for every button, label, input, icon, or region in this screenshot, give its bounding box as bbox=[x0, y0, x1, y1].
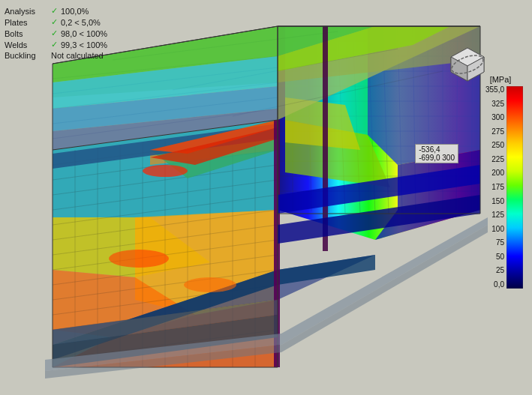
svg-point-88 bbox=[109, 250, 169, 268]
bolts-value: 98,0 < 100% bbox=[61, 29, 107, 38]
bolts-label: Bolts bbox=[5, 29, 48, 38]
legend-value-3: 275 bbox=[485, 128, 504, 136]
plates-row: Plates ✓ 0,2 < 5,0% bbox=[5, 17, 107, 27]
analysis-row: Analysis ✓ 100,0% bbox=[5, 6, 107, 16]
annotation-line1: -536,4 bbox=[419, 145, 455, 154]
buckling-value: Not calculated bbox=[51, 51, 104, 60]
svg-rect-84 bbox=[323, 26, 328, 251]
legend-value-7: 175 bbox=[485, 184, 504, 191]
svg-point-87 bbox=[143, 165, 188, 177]
plates-label: Plates bbox=[5, 18, 48, 27]
buckling-row: Buckling Not calculated bbox=[5, 51, 107, 60]
main-visualization-area: Analysis ✓ 100,0% Plates ✓ 0,2 < 5,0% Bo… bbox=[0, 0, 532, 395]
legend-unit-label: [MPa] bbox=[478, 75, 523, 84]
buckling-label: Buckling bbox=[5, 51, 48, 60]
legend-labels: 355,0 325 300 275 250 225 200 175 150 12… bbox=[485, 86, 504, 289]
analysis-value: 100,0% bbox=[61, 7, 89, 16]
legend-value-0: 355,0 bbox=[485, 86, 504, 94]
svg-point-89 bbox=[184, 277, 236, 292]
legend-value-10: 100 bbox=[485, 226, 504, 233]
legend-value-4: 250 bbox=[485, 142, 504, 149]
legend-value-14: 0,0 bbox=[485, 281, 504, 289]
svg-rect-104 bbox=[506, 86, 523, 289]
legend-value-8: 150 bbox=[485, 198, 504, 205]
annotation-line2: -699,0 300 bbox=[419, 154, 455, 162]
legend-value-11: 75 bbox=[485, 239, 504, 247]
legend-value-13: 25 bbox=[485, 267, 504, 274]
legend-value-9: 125 bbox=[485, 211, 504, 219]
legend-value-2: 300 bbox=[485, 114, 504, 121]
legend-container: 355,0 325 300 275 250 225 200 175 150 12… bbox=[485, 86, 523, 289]
analysis-label: Analysis bbox=[5, 7, 48, 16]
welds-value: 99,3 < 100% bbox=[61, 40, 107, 49]
analysis-check-icon: ✓ bbox=[51, 6, 58, 16]
legend-value-6: 200 bbox=[485, 169, 504, 177]
bolts-check-icon: ✓ bbox=[51, 28, 58, 38]
legend-value-12: 50 bbox=[485, 253, 504, 261]
welds-label: Welds bbox=[5, 40, 48, 49]
color-legend: [MPa] 355,0 325 300 275 250 225 200 175 … bbox=[478, 75, 523, 289]
welds-check-icon: ✓ bbox=[51, 40, 58, 49]
plates-check-icon: ✓ bbox=[51, 17, 58, 27]
legend-color-bar bbox=[506, 86, 523, 289]
legend-value-1: 325 bbox=[485, 100, 504, 108]
welds-row: Welds ✓ 99,3 < 100% bbox=[5, 40, 107, 49]
plates-value: 0,2 < 5,0% bbox=[61, 18, 101, 27]
bolts-row: Bolts ✓ 98,0 < 100% bbox=[5, 28, 107, 38]
legend-value-5: 225 bbox=[485, 156, 504, 163]
info-panel: Analysis ✓ 100,0% Plates ✓ 0,2 < 5,0% Bo… bbox=[5, 6, 107, 61]
stress-annotation: -536,4 -699,0 300 bbox=[415, 144, 458, 163]
